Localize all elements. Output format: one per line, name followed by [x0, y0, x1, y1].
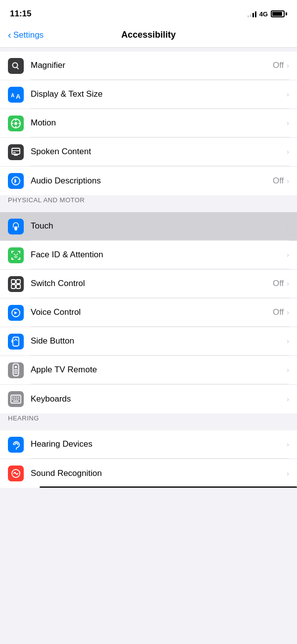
hearing-devices-icon: [8, 437, 24, 453]
svg-rect-49: [18, 399, 20, 400]
touch-label: Touch: [31, 221, 53, 231]
physical-motor-section: Touch › Face ID & At: [0, 212, 297, 413]
switch-control-content: Switch Control Off ›: [31, 270, 289, 298]
audio-descriptions-value: Off: [273, 176, 284, 186]
vision-section: Magnifier Off › A A Display & Text Size …: [0, 52, 297, 195]
back-button[interactable]: ‹ Settings: [8, 30, 44, 41]
svg-rect-50: [13, 401, 19, 402]
display-text-size-item[interactable]: A A Display & Text Size ›: [0, 80, 297, 109]
keyboards-item[interactable]: Keyboards ›: [0, 385, 297, 413]
touch-icon: [8, 219, 24, 234]
svg-rect-10: [12, 148, 20, 154]
sound-recognition-chevron-icon: ›: [287, 469, 289, 477]
voice-control-item[interactable]: Voice Control Off ›: [0, 298, 297, 327]
face-id-chevron-icon: ›: [287, 251, 289, 259]
magnifier-label: Magnifier: [31, 60, 65, 70]
svg-rect-30: [11, 285, 15, 289]
svg-rect-45: [18, 397, 20, 398]
side-button-right: ›: [286, 337, 289, 345]
switch-control-item[interactable]: Switch Control Off ›: [0, 270, 297, 298]
strikethrough-bar: [40, 486, 297, 488]
spoken-content-icon: [8, 144, 24, 160]
audio-descriptions-item[interactable]: Audio Descriptions Off ›: [0, 167, 297, 195]
svg-rect-42: [12, 397, 14, 398]
display-text-size-content: Display & Text Size ›: [31, 80, 289, 109]
face-id-item[interactable]: Face ID & Attention ›: [0, 241, 297, 270]
face-id-right: ›: [286, 251, 289, 259]
motion-item[interactable]: Motion ›: [0, 109, 297, 138]
side-button-chevron-icon: ›: [287, 337, 289, 345]
page-title: Accessibility: [121, 30, 176, 40]
hearing-devices-item[interactable]: Hearing Devices ›: [0, 430, 297, 459]
status-time: 11:15: [10, 9, 31, 19]
audio-descriptions-label: Audio Descriptions: [31, 176, 101, 186]
svg-line-35: [16, 339, 17, 341]
svg-rect-46: [12, 399, 14, 400]
switch-control-chevron-icon: ›: [287, 280, 289, 288]
svg-point-37: [15, 366, 17, 368]
magnifier-item[interactable]: Magnifier Off ›: [0, 52, 297, 80]
motion-chevron-icon: ›: [287, 119, 289, 127]
hearing-section: Hearing Devices › Sound Recognition ›: [0, 430, 297, 488]
back-chevron-icon: ‹: [8, 29, 11, 41]
svg-rect-22: [19, 251, 20, 253]
svg-rect-29: [16, 280, 20, 284]
sound-recognition-item[interactable]: Sound Recognition ›: [0, 459, 297, 488]
svg-rect-12: [13, 152, 16, 153]
svg-rect-24: [19, 257, 20, 260]
face-id-label: Face ID & Attention: [31, 250, 103, 260]
audio-descriptions-icon: [8, 173, 24, 189]
motion-label: Motion: [31, 118, 56, 128]
switch-control-label: Switch Control: [31, 279, 85, 289]
side-button-content: Side Button ›: [31, 327, 289, 355]
apple-tv-remote-item[interactable]: Apple TV Remote ›: [0, 356, 297, 385]
keyboards-content: Keyboards ›: [31, 385, 289, 413]
spoken-content-content: Spoken Content ›: [31, 138, 289, 166]
motion-right: ›: [286, 119, 289, 127]
svg-point-16: [14, 180, 16, 182]
svg-rect-28: [11, 280, 15, 284]
svg-point-25: [14, 253, 15, 254]
back-label: Settings: [13, 30, 44, 40]
keyboards-icon: [8, 391, 24, 407]
voice-control-right: Off ›: [273, 307, 289, 317]
apple-tv-remote-content: Apple TV Remote ›: [31, 356, 289, 384]
switch-control-value: Off: [273, 279, 284, 289]
magnifier-right: Off ›: [273, 60, 289, 70]
apple-tv-remote-label: Apple TV Remote: [31, 365, 97, 375]
svg-rect-23: [11, 257, 12, 260]
svg-rect-33: [13, 337, 19, 346]
side-button-item[interactable]: Side Button ›: [0, 327, 297, 356]
touch-content: Touch ›: [31, 212, 289, 240]
voice-control-icon: [8, 305, 24, 321]
audio-descriptions-right: Off ›: [273, 176, 289, 186]
spoken-content-label: Spoken Content: [31, 147, 91, 157]
svg-point-51: [16, 449, 17, 450]
motion-icon: [8, 116, 24, 131]
svg-rect-21: [11, 251, 12, 253]
spoken-content-item[interactable]: Spoken Content ›: [0, 138, 297, 167]
apple-tv-remote-right: ›: [286, 366, 289, 374]
audio-descriptions-chevron-icon: ›: [287, 177, 289, 185]
battery-icon: [271, 10, 287, 17]
svg-rect-47: [14, 399, 16, 400]
sound-recognition-content: Sound Recognition ›: [31, 459, 289, 488]
magnifier-content: Magnifier Off ›: [31, 52, 289, 80]
hearing-devices-right: ›: [286, 440, 289, 448]
svg-rect-1: [16, 67, 19, 69]
nav-bar: ‹ Settings Accessibility: [0, 25, 297, 48]
hearing-spacer: HEARING: [0, 413, 297, 430]
keyboards-chevron-icon: ›: [287, 395, 289, 403]
motion-content: Motion ›: [31, 109, 289, 137]
face-id-icon: [8, 247, 24, 263]
magnifier-icon: [8, 58, 24, 74]
svg-rect-43: [14, 397, 16, 398]
display-text-size-chevron-icon: ›: [287, 90, 289, 98]
voice-control-label: Voice Control: [31, 307, 81, 317]
switch-control-icon: [8, 276, 24, 292]
touch-item[interactable]: Touch ›: [0, 212, 297, 241]
svg-point-5: [14, 122, 17, 125]
side-button-label: Side Button: [31, 336, 74, 346]
side-button-icon: [8, 334, 24, 350]
status-icons: 4G: [248, 10, 287, 18]
